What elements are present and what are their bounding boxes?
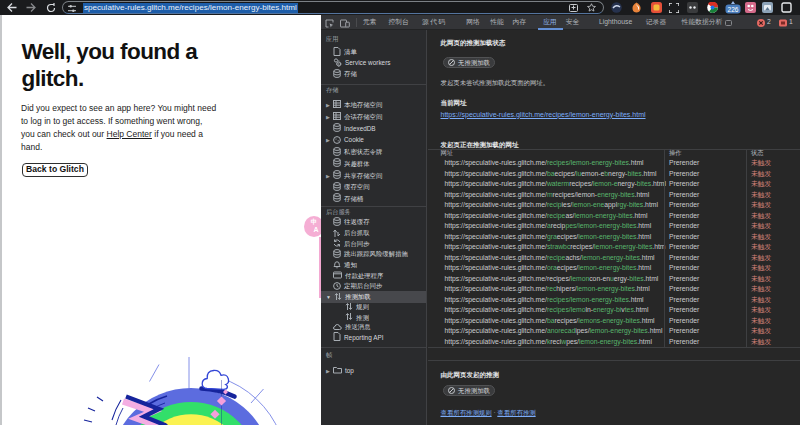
svg-text:226: 226 bbox=[728, 6, 739, 13]
